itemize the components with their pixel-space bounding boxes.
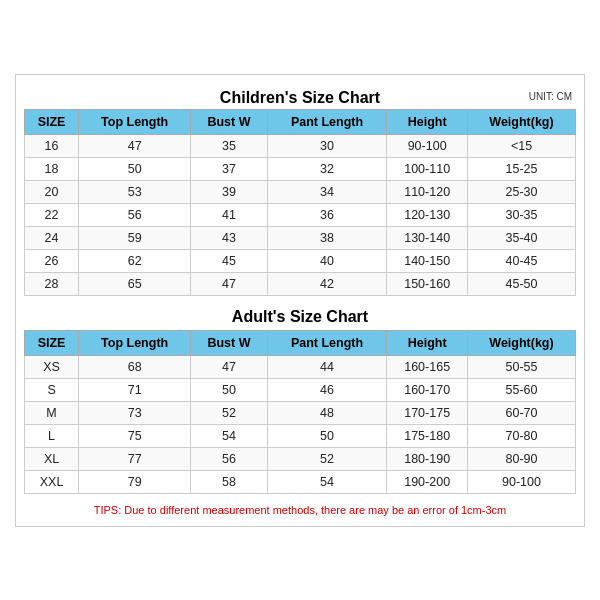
table-cell: 110-120 xyxy=(387,180,468,203)
table-cell: XS xyxy=(25,355,79,378)
table-row: 24594338130-14035-40 xyxy=(25,226,576,249)
table-cell: 54 xyxy=(267,470,387,493)
children-title-text: Children's Size Chart xyxy=(220,89,380,106)
table-row: 18503732100-11015-25 xyxy=(25,157,576,180)
table-cell: 35-40 xyxy=(468,226,576,249)
table-cell: 24 xyxy=(25,226,79,249)
table-cell: 65 xyxy=(79,272,191,295)
table-cell: 56 xyxy=(79,203,191,226)
table-cell: 54 xyxy=(191,424,268,447)
table-cell: 150-160 xyxy=(387,272,468,295)
table-cell: 120-130 xyxy=(387,203,468,226)
adult-col-bust-w: Bust W xyxy=(191,330,268,355)
table-cell: 59 xyxy=(79,226,191,249)
table-cell: 20 xyxy=(25,180,79,203)
table-cell: <15 xyxy=(468,134,576,157)
table-cell: 190-200 xyxy=(387,470,468,493)
table-cell: 34 xyxy=(267,180,387,203)
table-cell: 130-140 xyxy=(387,226,468,249)
table-cell: 45-50 xyxy=(468,272,576,295)
table-cell: 52 xyxy=(191,401,268,424)
table-row: 28654742150-16045-50 xyxy=(25,272,576,295)
table-cell: 40 xyxy=(267,249,387,272)
table-cell: 80-90 xyxy=(468,447,576,470)
table-cell: 40-45 xyxy=(468,249,576,272)
table-cell: 70-80 xyxy=(468,424,576,447)
table-cell: 160-170 xyxy=(387,378,468,401)
size-chart-container: Children's Size Chart UNIT: CM SIZE Top … xyxy=(15,74,585,527)
table-cell: 170-175 xyxy=(387,401,468,424)
tips-text: TIPS: Due to different measurement metho… xyxy=(24,498,576,518)
table-cell: 39 xyxy=(191,180,268,203)
table-cell: 22 xyxy=(25,203,79,226)
table-row: M735248170-17560-70 xyxy=(25,401,576,424)
table-cell: 79 xyxy=(79,470,191,493)
table-row: S715046160-17055-60 xyxy=(25,378,576,401)
col-weight: Weight(kg) xyxy=(468,109,576,134)
table-cell: 45 xyxy=(191,249,268,272)
table-cell: 75 xyxy=(79,424,191,447)
table-row: XXL795854190-20090-100 xyxy=(25,470,576,493)
adult-header-row: SIZE Top Length Bust W Pant Length Heigh… xyxy=(25,330,576,355)
table-cell: XL xyxy=(25,447,79,470)
table-cell: 47 xyxy=(191,355,268,378)
table-cell: 50 xyxy=(79,157,191,180)
table-cell: 100-110 xyxy=(387,157,468,180)
table-cell: 180-190 xyxy=(387,447,468,470)
table-cell: 90-100 xyxy=(468,470,576,493)
table-cell: 55-60 xyxy=(468,378,576,401)
table-cell: 30 xyxy=(267,134,387,157)
table-cell: 47 xyxy=(79,134,191,157)
table-row: 1647353090-100<15 xyxy=(25,134,576,157)
col-pant-length: Pant Length xyxy=(267,109,387,134)
table-cell: 42 xyxy=(267,272,387,295)
adult-col-pant-length: Pant Length xyxy=(267,330,387,355)
children-section-title: Children's Size Chart UNIT: CM xyxy=(24,83,576,109)
adult-table: SIZE Top Length Bust W Pant Length Heigh… xyxy=(24,330,576,494)
adult-col-weight: Weight(kg) xyxy=(468,330,576,355)
table-cell: 50 xyxy=(191,378,268,401)
table-cell: 62 xyxy=(79,249,191,272)
adult-title-text: Adult's Size Chart xyxy=(232,308,368,325)
table-cell: 50 xyxy=(267,424,387,447)
table-cell: 15-25 xyxy=(468,157,576,180)
col-bust-w: Bust W xyxy=(191,109,268,134)
table-cell: 58 xyxy=(191,470,268,493)
table-cell: 160-165 xyxy=(387,355,468,378)
col-height: Height xyxy=(387,109,468,134)
table-cell: 68 xyxy=(79,355,191,378)
table-cell: 35 xyxy=(191,134,268,157)
table-cell: 18 xyxy=(25,157,79,180)
adult-col-top-length: Top Length xyxy=(79,330,191,355)
children-header-row: SIZE Top Length Bust W Pant Length Heigh… xyxy=(25,109,576,134)
col-top-length: Top Length xyxy=(79,109,191,134)
table-cell: 44 xyxy=(267,355,387,378)
adult-col-size: SIZE xyxy=(25,330,79,355)
unit-label: UNIT: CM xyxy=(529,91,572,102)
table-cell: 56 xyxy=(191,447,268,470)
table-cell: 26 xyxy=(25,249,79,272)
table-cell: 71 xyxy=(79,378,191,401)
table-cell: 48 xyxy=(267,401,387,424)
table-cell: 175-180 xyxy=(387,424,468,447)
table-cell: 36 xyxy=(267,203,387,226)
table-cell: 53 xyxy=(79,180,191,203)
table-cell: 25-30 xyxy=(468,180,576,203)
table-cell: 140-150 xyxy=(387,249,468,272)
table-row: 22564136120-13030-35 xyxy=(25,203,576,226)
table-cell: 46 xyxy=(267,378,387,401)
table-cell: XXL xyxy=(25,470,79,493)
col-size: SIZE xyxy=(25,109,79,134)
table-row: 26624540140-15040-45 xyxy=(25,249,576,272)
table-cell: 73 xyxy=(79,401,191,424)
table-cell: M xyxy=(25,401,79,424)
table-cell: 41 xyxy=(191,203,268,226)
table-cell: 90-100 xyxy=(387,134,468,157)
table-cell: 47 xyxy=(191,272,268,295)
table-cell: 38 xyxy=(267,226,387,249)
table-cell: 28 xyxy=(25,272,79,295)
table-cell: 37 xyxy=(191,157,268,180)
table-cell: 50-55 xyxy=(468,355,576,378)
table-cell: 77 xyxy=(79,447,191,470)
table-row: L755450175-18070-80 xyxy=(25,424,576,447)
